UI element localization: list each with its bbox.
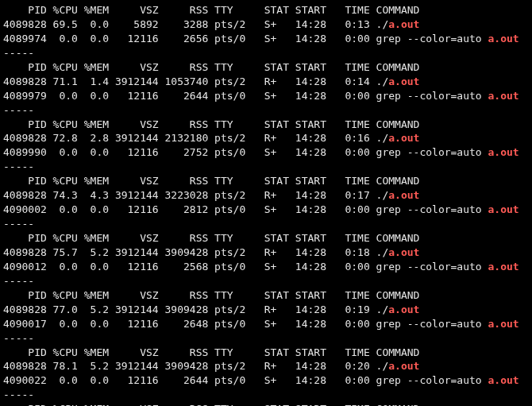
ps-header-row: PID %CPU %MEM VSZ RSS TTY STAT START TIM… [3,174,532,188]
ps-process-row: 4089828 72.8 2.8 3912144 2132180 pts/2 R… [3,131,532,145]
ps-header-row: PID %CPU %MEM VSZ RSS TTY STAT START TIM… [3,402,532,406]
ps-process-row: 4089828 75.7 5.2 3912144 3909428 pts/2 R… [3,246,532,260]
ps-command-run: ./a.out [376,132,420,144]
separator-line: ----- [3,217,532,231]
ps-process-row: 4090012 0.0 0.0 12116 2568 pts/0 S+ 14:2… [3,260,532,274]
ps-header-row: PID %CPU %MEM VSZ RSS TTY STAT START TIM… [3,288,532,303]
ps-command-grep: grep --color=auto a.out [376,374,519,386]
terminal-output: PID %CPU %MEM VSZ RSS TTY STAT START TIM… [0,0,532,406]
ps-header-row: PID %CPU %MEM VSZ RSS TTY STAT START TIM… [3,346,532,360]
ps-process-row: 4089990 0.0 0.0 12116 2752 pts/0 S+ 14:2… [3,145,532,160]
ps-command-grep: grep --color=auto a.out [376,33,519,44]
separator-line: ----- [3,274,532,288]
ps-command-grep: grep --color=auto a.out [376,203,519,215]
ps-command-run: ./a.out [376,189,420,201]
ps-header-row: PID %CPU %MEM VSZ RSS TTY STAT START TIM… [3,60,532,75]
ps-command-run: ./a.out [376,18,420,30]
ps-process-row: 4090017 0.0 0.0 12116 2648 pts/0 S+ 14:2… [3,317,532,331]
ps-process-row: 4089974 0.0 0.0 12116 2656 pts/0 S+ 14:2… [3,32,532,46]
ps-command-run: ./a.out [376,360,420,372]
separator-line: ----- [3,46,532,60]
ps-header-row: PID %CPU %MEM VSZ RSS TTY STAT START TIM… [3,231,532,246]
ps-command-run: ./a.out [376,246,420,258]
ps-process-row: 4089979 0.0 0.0 12116 2644 pts/0 S+ 14:2… [3,89,532,103]
ps-command-grep: grep --color=auto a.out [376,261,519,273]
ps-process-row: 4089828 71.1 1.4 3912144 1053740 pts/2 R… [3,75,532,89]
ps-command-grep: grep --color=auto a.out [376,146,519,158]
separator-line: ----- [3,331,532,346]
separator-line: ----- [3,160,532,174]
ps-command-grep: grep --color=auto a.out [376,318,519,330]
ps-command-run: ./a.out [376,75,420,87]
ps-command-run: ./a.out [376,304,420,315]
ps-header-row: PID %CPU %MEM VSZ RSS TTY STAT START TIM… [3,3,532,17]
ps-process-row: 4089828 69.5 0.0 5892 3288 pts/2 S+ 14:2… [3,17,532,32]
ps-process-row: 4089828 78.1 5.2 3912144 3909428 pts/2 R… [3,359,532,373]
ps-process-row: 4089828 74.3 4.3 3912144 3223028 pts/2 R… [3,188,532,203]
separator-line: ----- [3,103,532,118]
ps-process-row: 4089828 77.0 5.2 3912144 3909428 pts/2 R… [3,303,532,317]
ps-process-row: 4090002 0.0 0.0 12116 2812 pts/0 S+ 14:2… [3,203,532,217]
separator-line: ----- [3,388,532,402]
ps-command-grep: grep --color=auto a.out [376,90,519,102]
ps-process-row: 4090022 0.0 0.0 12116 2644 pts/0 S+ 14:2… [3,373,532,388]
ps-header-row: PID %CPU %MEM VSZ RSS TTY STAT START TIM… [3,118,532,132]
